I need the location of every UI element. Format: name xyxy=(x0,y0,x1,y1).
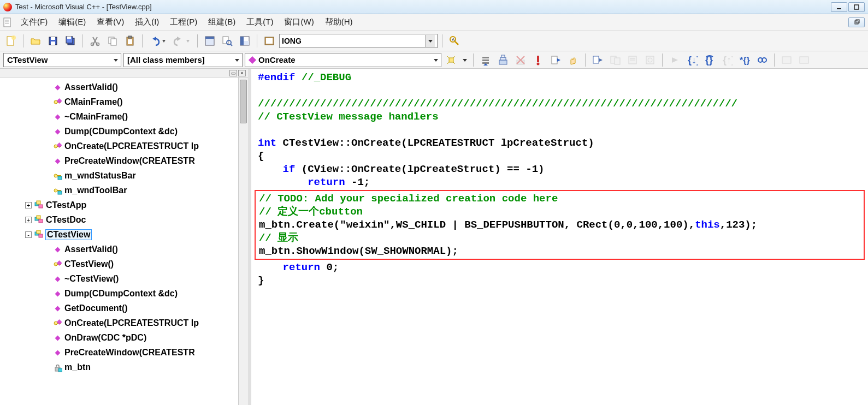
output-window-button[interactable] xyxy=(237,33,252,49)
tree-item-label[interactable]: ~CTestView() xyxy=(64,274,119,284)
tree-expand-button[interactable]: + xyxy=(25,202,32,209)
tree-node[interactable]: +CTestDoc xyxy=(2,212,248,227)
step-over-button[interactable]: {} xyxy=(702,52,717,68)
tree-node[interactable]: AssertValid() xyxy=(2,80,248,94)
tree-item-label[interactable]: OnDraw(CDC *pDC) xyxy=(64,333,146,343)
workspace-button[interactable] xyxy=(202,33,217,49)
tool-d-button[interactable] xyxy=(642,52,658,68)
stop-build-button[interactable] xyxy=(513,52,528,68)
build-button[interactable] xyxy=(495,52,511,68)
restart-debug-button[interactable] xyxy=(667,52,682,68)
menu-build[interactable]: 组建(B) xyxy=(203,15,241,29)
tree-node[interactable]: OnDraw(CDC *pDC) xyxy=(2,330,248,345)
tree-item-label[interactable]: PreCreateWindow(CREATESTR xyxy=(64,348,195,358)
menu-window[interactable]: 窗口(W) xyxy=(279,15,319,29)
wizard-action-button[interactable] xyxy=(444,52,459,68)
tree-item-label[interactable]: CTestView xyxy=(46,230,91,240)
menu-insert[interactable]: 插入(I) xyxy=(129,15,164,29)
tree-node[interactable]: GetDocument() xyxy=(2,301,248,315)
save-all-button[interactable] xyxy=(63,33,78,49)
variables-window-button[interactable] xyxy=(796,52,812,68)
chevron-down-icon[interactable] xyxy=(113,55,119,64)
tree-node[interactable]: m_wndToolBar xyxy=(2,183,248,198)
menu-help[interactable]: 帮助(H) xyxy=(320,15,358,29)
execute-button[interactable] xyxy=(530,52,546,68)
redo-button[interactable] xyxy=(171,33,193,49)
paste-button[interactable] xyxy=(122,33,138,49)
menu-edit[interactable]: 编辑(E) xyxy=(53,15,91,29)
tree-node[interactable]: +CTestApp xyxy=(2,198,248,212)
tree-item-label[interactable]: ~CMainFrame() xyxy=(64,112,128,122)
tree-item-label[interactable]: CTestApp xyxy=(46,200,86,210)
breakpoint-hand-button[interactable] xyxy=(565,52,581,68)
maximize-button[interactable] xyxy=(848,2,865,12)
tree-node[interactable]: PreCreateWindow(CREATESTR xyxy=(2,345,248,360)
tree-node[interactable]: OnCreate(LPCREATESTRUCT lp xyxy=(2,315,248,330)
mdi-restore-button[interactable] xyxy=(848,17,865,27)
run-to-cursor-button[interactable]: *{} xyxy=(737,52,752,68)
chevron-down-icon[interactable] xyxy=(433,55,439,64)
tree-node[interactable]: CTestView() xyxy=(2,257,248,271)
menu-tools[interactable]: 工具(T) xyxy=(241,15,279,29)
tree-node[interactable]: Dump(CDumpContext &dc) xyxy=(2,124,248,139)
quick-watch-button[interactable] xyxy=(754,52,770,68)
menu-view[interactable]: 查看(V) xyxy=(91,15,129,29)
tree-node[interactable]: Dump(CDumpContext &dc) xyxy=(2,286,248,301)
minimize-button[interactable] xyxy=(831,2,847,12)
function-combo[interactable]: OnCreate xyxy=(245,53,441,67)
tree-node[interactable]: m_wndStatusBar xyxy=(2,168,248,183)
code-editor[interactable]: #endif //_DEBUG ////////////////////////… xyxy=(251,69,868,405)
tool-b-button[interactable] xyxy=(607,52,623,68)
tree-item-label[interactable]: m_btn xyxy=(64,362,91,372)
scroll-thumb[interactable] xyxy=(240,80,247,123)
wizard-dropdown[interactable] xyxy=(461,52,469,68)
copy-button[interactable] xyxy=(105,33,120,49)
tree-expand-button[interactable]: - xyxy=(25,231,32,238)
tree-item-label[interactable]: Dump(CDumpContext &dc) xyxy=(64,289,178,299)
watch-window-button[interactable] xyxy=(779,52,794,68)
tree-item-label[interactable]: AssertValid() xyxy=(64,245,118,254)
tree-expand-button[interactable]: + xyxy=(25,217,32,223)
tree-node[interactable]: ~CMainFrame() xyxy=(2,109,248,124)
go-button[interactable] xyxy=(548,52,563,68)
tile-button[interactable] xyxy=(262,33,277,49)
menu-project[interactable]: 工程(P) xyxy=(164,15,203,29)
chevron-down-icon[interactable] xyxy=(425,35,435,47)
cut-button[interactable] xyxy=(87,33,103,49)
tree-item-label[interactable]: AssertValid() xyxy=(64,82,118,92)
tree-item-label[interactable]: GetDocument() xyxy=(64,303,128,313)
class-combo[interactable]: CTestView xyxy=(3,53,121,67)
chevron-down-icon[interactable] xyxy=(234,55,240,64)
tree-node[interactable]: ~CTestView() xyxy=(2,271,248,286)
tree-node[interactable]: -CTestView xyxy=(2,227,248,242)
tree-node[interactable]: m_btn xyxy=(2,360,248,374)
tree-node[interactable]: OnCreate(LPCREATESTRUCT lp xyxy=(2,139,248,153)
find-in-files-button[interactable] xyxy=(220,33,235,49)
class-tree[interactable]: AssertValid()CMainFrame()~CMainFrame()Du… xyxy=(0,78,248,405)
save-button[interactable] xyxy=(45,33,61,49)
members-combo[interactable]: [All class members] xyxy=(123,53,243,67)
search-combo[interactable]: IONG xyxy=(279,34,438,48)
tree-item-label[interactable]: CMainFrame() xyxy=(64,97,123,107)
new-file-button[interactable] xyxy=(3,33,19,49)
tree-item-label[interactable]: CTestView() xyxy=(64,259,114,269)
tree-item-label[interactable]: m_wndToolBar xyxy=(64,186,127,195)
panel-dock-button[interactable]: ▭ xyxy=(229,70,237,76)
menu-file[interactable]: 文件(F) xyxy=(15,15,53,29)
step-out-button[interactable]: {↑} xyxy=(719,52,735,68)
tool-c-button[interactable] xyxy=(625,52,640,68)
tree-item-label[interactable]: PreCreateWindow(CREATESTR xyxy=(64,156,195,166)
tree-item-label[interactable]: OnCreate(LPCREATESTRUCT lp xyxy=(64,141,199,151)
panel-close-button[interactable]: × xyxy=(238,70,246,76)
tree-item-label[interactable]: m_wndStatusBar xyxy=(64,171,136,181)
tree-scrollbar[interactable] xyxy=(238,78,248,405)
tree-item-label[interactable]: CTestDoc xyxy=(46,215,86,225)
step-into-button[interactable]: {↓} xyxy=(684,52,700,68)
open-button[interactable] xyxy=(28,33,43,49)
tree-node[interactable]: CMainFrame() xyxy=(2,94,248,109)
tree-node[interactable]: AssertValid() xyxy=(2,242,248,257)
undo-button[interactable] xyxy=(147,33,169,49)
find-button[interactable]: A xyxy=(447,33,462,49)
tool-a-button[interactable] xyxy=(590,52,605,68)
compile-button[interactable] xyxy=(478,52,493,68)
